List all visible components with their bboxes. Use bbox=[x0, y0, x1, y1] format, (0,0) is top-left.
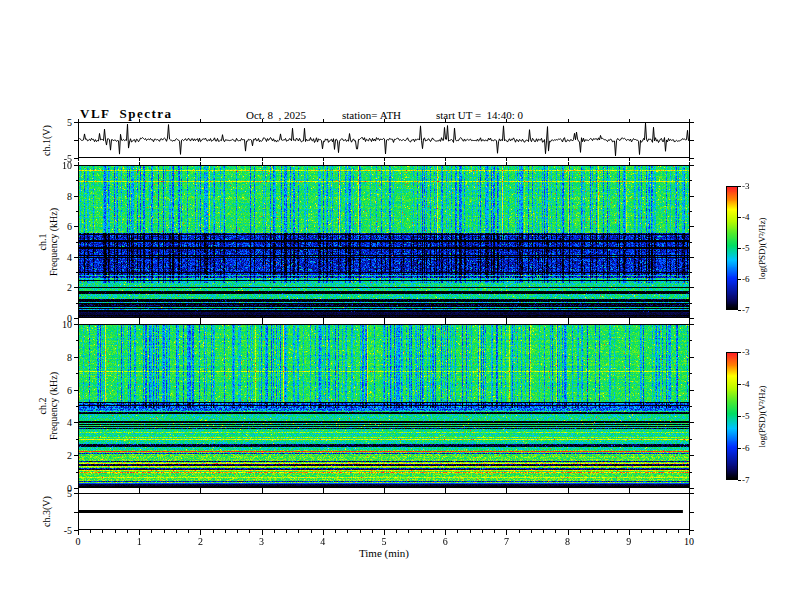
y-tick bbox=[74, 357, 78, 358]
x-minor-tick bbox=[421, 530, 422, 533]
ch1-spectrogram-panel bbox=[78, 165, 690, 318]
x-tick bbox=[139, 158, 140, 161]
x-tick-label: 8 bbox=[565, 536, 570, 547]
colorbar-tick-label: -5 bbox=[742, 411, 750, 421]
x-minor-tick bbox=[641, 530, 642, 533]
x-minor-tick bbox=[482, 530, 483, 533]
x-minor-tick bbox=[176, 530, 177, 533]
y-tick bbox=[74, 196, 78, 197]
y-tick bbox=[76, 242, 78, 243]
y-tick bbox=[690, 257, 694, 258]
y-tick bbox=[690, 357, 694, 358]
y-tick bbox=[690, 287, 694, 288]
x-minor-tick bbox=[666, 530, 667, 533]
y-tick bbox=[76, 439, 78, 440]
y-tick-label: 8 bbox=[46, 190, 72, 201]
y-tick-label: 6 bbox=[46, 384, 72, 395]
y-tick bbox=[74, 140, 78, 141]
colorbar-tick bbox=[738, 416, 741, 417]
x-minor-tick bbox=[127, 530, 128, 533]
ch1-spectrogram-canvas bbox=[79, 166, 689, 317]
x-major-tick bbox=[445, 530, 446, 535]
colorbar-tick-label: -4 bbox=[742, 379, 750, 389]
x-minor-tick bbox=[249, 530, 250, 533]
vlf-spectra-figure: VLF Spectra Oct. 8 , 2025 station= ATH s… bbox=[0, 0, 792, 612]
x-major-tick bbox=[568, 530, 569, 535]
y-tick-label: 4 bbox=[46, 417, 72, 428]
x-tick bbox=[629, 321, 630, 324]
ch3-voltage-label: ch.3(V) bbox=[41, 442, 52, 582]
y-tick bbox=[76, 303, 78, 304]
y-tick bbox=[690, 211, 692, 212]
y-tick bbox=[74, 390, 78, 391]
ch2-spectrogram-canvas bbox=[79, 325, 689, 487]
x-tick bbox=[78, 158, 79, 161]
colorbar-ch2-canvas bbox=[727, 353, 737, 479]
colorbar-ch1-label: log(PSD)(V²/Hz) bbox=[757, 178, 768, 318]
x-tick-label: 2 bbox=[198, 536, 203, 547]
y-tick bbox=[76, 472, 78, 473]
x-minor-tick bbox=[286, 530, 287, 533]
ch3-waveform-canvas bbox=[79, 494, 689, 529]
y-tick-label: 10 bbox=[46, 319, 72, 330]
x-tick bbox=[629, 162, 630, 165]
x-tick-label: 5 bbox=[382, 536, 387, 547]
y-tick bbox=[690, 373, 692, 374]
colorbar-tick bbox=[738, 186, 741, 187]
colorbar-tick bbox=[738, 352, 741, 353]
colorbar-ch2 bbox=[726, 352, 738, 480]
x-tick bbox=[568, 158, 569, 161]
x-tick bbox=[78, 119, 79, 122]
x-minor-tick bbox=[298, 530, 299, 533]
x-tick bbox=[78, 321, 79, 324]
y-tick-label: 6 bbox=[46, 221, 72, 232]
x-tick bbox=[445, 158, 446, 161]
x-minor-tick bbox=[408, 530, 409, 533]
x-tick bbox=[323, 490, 324, 493]
x-major-tick bbox=[323, 530, 324, 535]
x-major-tick bbox=[506, 530, 507, 535]
y-tick bbox=[690, 512, 694, 513]
y-tick bbox=[690, 303, 692, 304]
x-tick bbox=[262, 162, 263, 165]
y-tick bbox=[74, 493, 78, 494]
y-tick bbox=[690, 406, 692, 407]
x-minor-tick bbox=[311, 530, 312, 533]
y-tick bbox=[690, 140, 694, 141]
y-tick-label: 8 bbox=[46, 351, 72, 362]
y-tick bbox=[690, 180, 692, 181]
x-tick bbox=[506, 162, 507, 165]
colorbar-tick-label: -7 bbox=[742, 305, 750, 315]
x-tick bbox=[506, 119, 507, 122]
x-tick bbox=[323, 119, 324, 122]
colorbar-tick-label: -3 bbox=[742, 347, 750, 357]
y-tick bbox=[74, 530, 78, 531]
ch1-waveform-panel bbox=[78, 122, 690, 158]
x-tick bbox=[506, 321, 507, 324]
x-minor-tick bbox=[457, 530, 458, 533]
x-minor-tick bbox=[213, 530, 214, 533]
x-minor-tick bbox=[90, 530, 91, 533]
y-tick bbox=[690, 165, 694, 166]
x-tick bbox=[506, 158, 507, 161]
x-tick bbox=[78, 162, 79, 165]
y-tick bbox=[690, 158, 694, 159]
x-tick bbox=[78, 490, 79, 493]
x-tick bbox=[200, 119, 201, 122]
x-tick bbox=[629, 490, 630, 493]
y-tick-label: 5 bbox=[46, 117, 72, 128]
y-tick bbox=[690, 318, 694, 319]
colorbar-tick-label: -4 bbox=[742, 212, 750, 222]
x-tick-label: 0 bbox=[76, 536, 81, 547]
x-tick-label: 1 bbox=[137, 536, 142, 547]
x-minor-tick bbox=[360, 530, 361, 533]
y-tick bbox=[690, 324, 694, 325]
y-tick-label: -5 bbox=[46, 153, 72, 164]
x-major-tick bbox=[262, 530, 263, 535]
x-tick bbox=[200, 490, 201, 493]
x-tick-label: 6 bbox=[443, 536, 448, 547]
time-axis-label: Time (min) bbox=[284, 547, 484, 559]
ch3-waveform-ylabel: ch.3(V) bbox=[41, 442, 52, 582]
y-tick bbox=[76, 340, 78, 341]
x-minor-tick bbox=[433, 530, 434, 533]
